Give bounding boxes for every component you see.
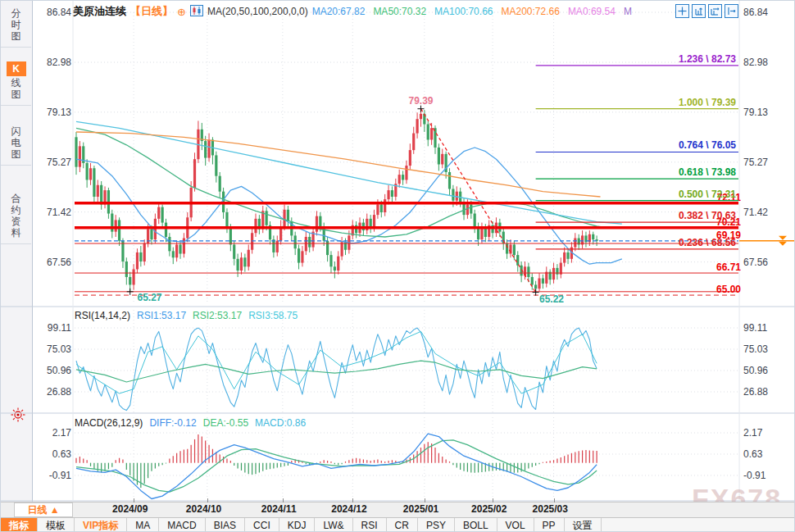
candle-body	[179, 244, 181, 253]
chart-corner-toolbar	[675, 4, 738, 18]
period-tag[interactable]: 【日线】	[130, 4, 173, 19]
toolbar-tab-MA[interactable]: MA	[127, 518, 159, 532]
candle-body	[97, 185, 99, 197]
date-tick	[554, 498, 555, 502]
macd-header-value: MACD:0.86	[255, 417, 306, 429]
price-level-label: 65.00	[716, 284, 741, 295]
macd-panel-header: MACD(26,12,9)DIFF:-0.12DEA:-0.55MACD:0.8…	[75, 417, 312, 429]
rsi-header-value: RSI1:53.17	[137, 310, 186, 321]
exit-right-icon[interactable]	[725, 4, 738, 18]
macd-header-value: DEA:-0.55	[203, 417, 248, 429]
main-axis-label-right: 67.56	[743, 257, 768, 268]
candle-body	[563, 252, 566, 263]
chart-canvas[interactable]: 86.8486.8482.9882.9879.1379.1375.2775.27…	[1, 1, 795, 532]
toolbar-tab-BOLL[interactable]: BOLL	[455, 518, 497, 532]
pan-axis-icon[interactable]	[708, 4, 722, 18]
fib-level-label: 1.236 \ 82.73	[679, 53, 736, 65]
fib-level-label: 0.618 \ 73.98	[679, 166, 736, 178]
toolbar-tab-模板[interactable]: 模板	[38, 518, 75, 532]
candle-body	[175, 244, 178, 257]
date-tick	[425, 498, 425, 502]
macd-axis-label-left: 2.17	[52, 427, 72, 439]
candlestick-mini-icon[interactable]	[190, 5, 203, 19]
candle-body	[337, 257, 339, 271]
toolbar-tab-CR[interactable]: CR	[387, 518, 418, 532]
candle-body	[545, 272, 547, 284]
candle-body	[125, 261, 128, 277]
candle-body	[248, 250, 250, 267]
rsi-axis-label-right: 50.96	[743, 365, 768, 376]
toolbar-tab-BIAS[interactable]: BIAS	[206, 518, 245, 532]
date-tick	[352, 498, 353, 502]
main-axis-label-right: 71.42	[743, 207, 768, 218]
candle-body	[143, 243, 146, 261]
date-label: 2025/02	[471, 503, 507, 515]
add-indicator-icon[interactable]: ⊕	[177, 6, 186, 18]
candle-body	[334, 266, 336, 271]
candle-body	[229, 228, 232, 245]
toolbar-tab-CCI[interactable]: CCI	[245, 518, 279, 532]
candle-body	[254, 219, 257, 233]
toolbar-tab-VOL[interactable]: VOL	[497, 518, 534, 532]
toolbar-tab-指标[interactable]: 指标	[1, 518, 38, 532]
rsi-panel-header: RSI(14,14,2)RSI1:53.17RSI2:53.17RSI3:58.…	[75, 310, 304, 321]
toolbar-tab-RSI[interactable]: RSI	[353, 518, 387, 532]
candle-body	[531, 277, 534, 284]
rsi-axis-label-right: 26.88	[743, 386, 768, 398]
candle-body	[100, 185, 102, 205]
scale-axis-icon[interactable]	[692, 4, 706, 18]
candle-body	[118, 220, 120, 240]
rsi-axis-label-right: 99.11	[743, 322, 767, 334]
main-axis-label-left: 82.98	[47, 57, 71, 68]
instrument-title: 美原油连续	[73, 4, 126, 19]
candle-body	[538, 279, 540, 289]
price-level-label: 66.71	[716, 261, 741, 273]
rsi-axis-label-right: 75.03	[743, 343, 768, 355]
period-selector[interactable]: 日线 ▲	[14, 502, 73, 517]
candle-body	[79, 146, 81, 166]
candle-body	[516, 255, 519, 266]
toolbar-tab-KDJ[interactable]: KDJ	[279, 518, 316, 532]
candle-body	[341, 242, 343, 256]
main-axis-label-right: 82.98	[743, 57, 768, 68]
candle-body	[305, 237, 307, 251]
candle-body	[225, 212, 228, 228]
candle-body	[157, 207, 160, 219]
period-arrow-icon: ▲	[50, 504, 60, 516]
date-axis: 日线 ▲ 2024/092024/102024/112024/122025/01…	[1, 502, 795, 518]
candle-body	[129, 277, 131, 284]
toolbar-tab-LW&[interactable]: LW&	[315, 518, 352, 532]
candle-body	[240, 257, 243, 271]
rsi-header-value: RSI2:53.17	[193, 310, 242, 321]
chart-header: 美原油连续 【日线】 ⊕ MA(20,50,100,200,0,0) MA20:…	[73, 2, 640, 20]
fib-level-label: 0.500 \ 72.31	[679, 189, 736, 200]
toolbar-tab-PP[interactable]: PP	[534, 518, 565, 532]
candle-body	[376, 204, 379, 215]
candle-body	[466, 204, 469, 215]
candle-body	[89, 168, 92, 180]
candle-body	[266, 211, 268, 225]
toolbar-tab-VIP指标[interactable]: VIP指标	[75, 518, 127, 532]
crosshair-move-icon[interactable]	[675, 4, 689, 18]
candle-body	[448, 172, 451, 189]
toolbar-tab-MACD[interactable]: MACD	[159, 518, 205, 532]
rsi-header-value: RSI(14,14,2)	[75, 310, 130, 321]
toolbar-tab-设置[interactable]: 设置	[565, 518, 602, 532]
chart-app-window: 86.8486.8482.9882.9879.1379.1375.2775.27…	[0, 0, 795, 532]
candle-body	[542, 279, 544, 284]
ma-formula: MA(20,50,100,200,0,0)	[207, 6, 308, 17]
macd-axis-label-left: 0.63	[52, 448, 72, 460]
fib-level-label: 1.000 \ 79.39	[679, 97, 736, 108]
date-label: 2024/12	[331, 503, 366, 515]
candle-body	[168, 237, 170, 251]
candle-body	[136, 252, 139, 270]
main-axis-label-right: 86.84	[743, 7, 768, 18]
date-tick	[207, 498, 208, 502]
candle-body	[193, 159, 196, 188]
price-annotation: 65.27	[137, 292, 161, 303]
candle-body	[416, 119, 419, 133]
candle-body	[592, 234, 594, 239]
toolbar-tab-PSY[interactable]: PSY	[418, 518, 455, 532]
macd-axis-label-right: 2.17	[743, 427, 763, 439]
date-label: 2024/09	[112, 503, 148, 515]
